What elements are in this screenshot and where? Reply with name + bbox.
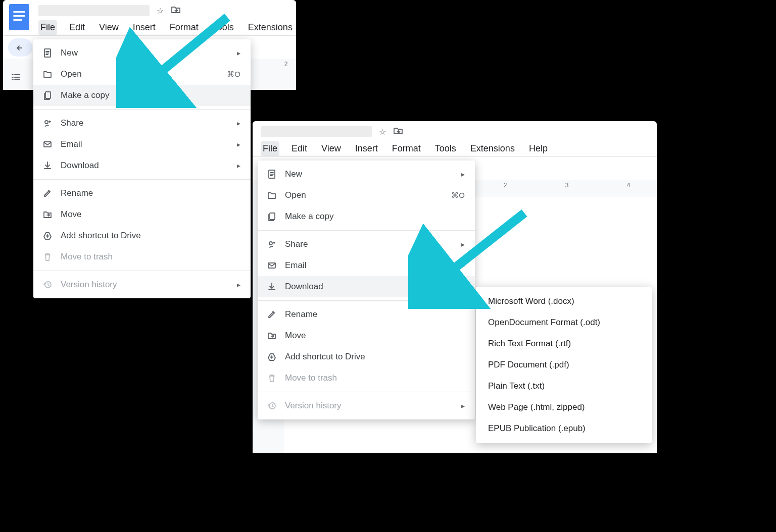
menu-format[interactable]: Format: [390, 141, 423, 156]
menu-separator: [33, 271, 251, 271]
menu-item-label: Version history: [285, 401, 453, 411]
menu-tools[interactable]: Tools: [211, 20, 236, 35]
menu-item-open[interactable]: Open⌘O: [258, 185, 475, 206]
star-icon[interactable]: ☆: [379, 127, 386, 137]
menu-item-open[interactable]: Open⌘O: [33, 64, 251, 85]
menu-item-rename[interactable]: Rename: [33, 183, 251, 204]
menu-item-label: Move to trash: [285, 373, 465, 383]
download-option-pdf-document-pdf[interactable]: PDF Document (.pdf): [476, 354, 652, 376]
menu-item-new[interactable]: New▸: [33, 42, 251, 64]
undo-button[interactable]: [8, 38, 32, 57]
menu-item-label: Email: [61, 139, 229, 149]
menu-item-new[interactable]: New▸: [258, 164, 475, 185]
ruler-tick: 4: [627, 182, 630, 189]
menu-item-label: Download: [61, 161, 229, 171]
menu-tools[interactable]: Tools: [433, 141, 458, 156]
page-icon: [42, 48, 53, 58]
move-to-folder-icon[interactable]: [171, 5, 181, 16]
file-menu: New▸Open⌘OMake a copyShare▸Email▸Downloa…: [258, 161, 475, 419]
menu-edit[interactable]: Edit: [67, 20, 87, 35]
menu-item-shortcut: ⌘O: [451, 191, 465, 200]
menu-extensions[interactable]: Extensions: [246, 20, 295, 35]
menu-item-label: Add shortcut to Drive: [285, 352, 465, 362]
star-icon[interactable]: ☆: [157, 6, 164, 16]
menu-extensions[interactable]: Extensions: [468, 141, 517, 156]
menu-item-move-to-trash: Move to trash: [258, 367, 475, 389]
menu-item-label: Download: [285, 282, 453, 292]
copy-icon: [42, 90, 53, 100]
menu-item-label: Share: [285, 239, 453, 249]
menu-item-label: Rename: [61, 188, 240, 198]
outline-icon[interactable]: [10, 73, 21, 84]
rename-icon: [267, 309, 277, 320]
menu-item-make-a-copy[interactable]: Make a copy: [258, 206, 475, 227]
menu-view[interactable]: View: [97, 20, 121, 35]
svg-rect-7: [270, 213, 275, 220]
menu-item-move[interactable]: Move: [33, 204, 251, 225]
download-option-epub-publication-epub[interactable]: EPUB Publication (.epub): [476, 418, 652, 439]
submenu-arrow-icon: ▸: [461, 261, 465, 270]
move-to-folder-icon[interactable]: [393, 126, 403, 137]
menu-edit[interactable]: Edit: [289, 141, 309, 156]
folder-icon: [267, 190, 277, 200]
menu-file[interactable]: File: [261, 141, 279, 156]
menu-item-download[interactable]: Download▸: [258, 276, 475, 297]
rename-icon: [42, 188, 53, 198]
trash-icon: [267, 373, 277, 383]
svg-rect-1: [45, 92, 51, 98]
submenu-arrow-icon: ▸: [461, 170, 465, 178]
page-icon: [267, 169, 277, 179]
menu-item-add-shortcut-to-drive[interactable]: Add shortcut to Drive: [33, 225, 251, 246]
panel-make-a-copy: ☆ FileEditViewInsertFormatToolsExtension…: [3, 0, 296, 90]
menu-bar: FileEditViewInsertFormatToolsExtensions: [38, 20, 295, 35]
mail-icon: [42, 139, 53, 149]
menu-item-version-history: Version history▸: [33, 274, 251, 295]
download-option-microsoft-word-docx[interactable]: Microsoft Word (.docx): [476, 291, 652, 312]
menu-item-label: Version history: [61, 280, 229, 290]
menu-item-download[interactable]: Download▸: [33, 155, 251, 176]
driveadd-icon: [42, 231, 53, 241]
menu-item-label: Make a copy: [285, 211, 465, 222]
menu-item-rename[interactable]: Rename: [258, 304, 475, 325]
menu-item-move-to-trash: Move to trash: [33, 246, 251, 268]
menu-item-label: Open: [285, 190, 443, 200]
menu-file[interactable]: File: [38, 20, 57, 35]
download-icon: [42, 161, 53, 171]
doc-title-placeholder[interactable]: [261, 126, 372, 137]
folder-icon: [42, 69, 53, 79]
file-menu: New▸Open⌘OMake a copyShare▸Email▸Downloa…: [33, 39, 251, 298]
menu-view[interactable]: View: [319, 141, 343, 156]
panel-download: ☆ FileEditViewInsertFormatToolsExtension…: [253, 121, 657, 453]
menu-item-label: Open: [61, 69, 219, 79]
doc-title-placeholder[interactable]: [38, 5, 150, 16]
download-option-rich-text-format-rtf[interactable]: Rich Text Format (.rtf): [476, 333, 652, 354]
submenu-arrow-icon: ▸: [237, 140, 240, 148]
submenu-arrow-icon: ▸: [237, 281, 240, 289]
submenu-arrow-icon: ▸: [237, 49, 240, 57]
copy-icon: [267, 211, 277, 222]
menu-item-label: Move to trash: [61, 252, 240, 262]
submenu-arrow-icon: ▸: [461, 283, 465, 291]
menu-help[interactable]: Help: [527, 141, 550, 156]
ruler-tick: 2: [284, 61, 288, 68]
menu-separator: [33, 109, 251, 110]
menu-item-add-shortcut-to-drive[interactable]: Add shortcut to Drive: [258, 346, 475, 367]
download-option-opendocument-format-odt[interactable]: OpenDocument Format (.odt): [476, 312, 652, 333]
menu-format[interactable]: Format: [168, 20, 201, 35]
menu-insert[interactable]: Insert: [131, 20, 158, 35]
mail-icon: [267, 260, 277, 271]
driveadd-icon: [267, 352, 277, 362]
menu-item-email[interactable]: Email▸: [33, 134, 251, 155]
menu-item-email[interactable]: Email▸: [258, 255, 475, 276]
menu-item-make-a-copy[interactable]: Make a copy: [33, 85, 251, 106]
menu-item-share[interactable]: Share▸: [258, 234, 475, 255]
menu-item-move[interactable]: Move: [258, 325, 475, 346]
menu-item-label: New: [61, 48, 229, 58]
menu-separator: [258, 392, 475, 392]
menu-item-label: Make a copy: [61, 90, 240, 100]
download-option-web-page-html-zipped[interactable]: Web Page (.html, zipped): [476, 397, 652, 418]
menu-item-share[interactable]: Share▸: [33, 113, 251, 134]
menu-insert[interactable]: Insert: [353, 141, 380, 156]
move-icon: [42, 209, 53, 220]
download-option-plain-text-txt[interactable]: Plain Text (.txt): [476, 376, 652, 397]
